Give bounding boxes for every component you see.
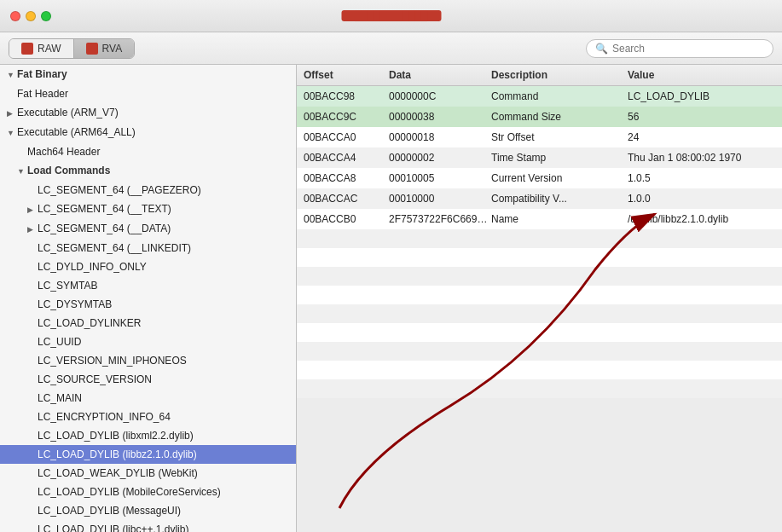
- sidebar-label: LC_DYLD_INFO_ONLY: [38, 261, 147, 273]
- sidebar-item-lc-messageui[interactable]: LC_LOAD_DYLIB (MessageUI): [0, 501, 296, 520]
- toolbar: RAW RVA 🔍: [0, 32, 782, 65]
- sidebar-label: LC_LOAD_DYLIB (libc++.1.dylib): [38, 523, 188, 532]
- table-row[interactable]: [297, 361, 782, 379]
- sidebar-item-lc-seg-data[interactable]: ▶LC_SEGMENT_64 (__DATA): [0, 219, 296, 239]
- sidebar-item-exec-arm64[interactable]: ▼Executable (ARM64_ALL): [0, 123, 296, 142]
- sidebar-item-lc-libxml2[interactable]: LC_LOAD_DYLIB (libxml2.2.dylib): [0, 426, 296, 445]
- table-row[interactable]: [297, 323, 782, 342]
- sidebar-item-lc-libcpp[interactable]: LC_LOAD_DYLIB (libc++.1.dylib): [0, 520, 296, 532]
- table-row[interactable]: [297, 248, 782, 267]
- sidebar-label: Fat Header: [17, 88, 68, 100]
- col-data: Data: [389, 69, 491, 81]
- cell-value: LC_LOAD_DYLIB: [628, 89, 775, 104]
- sidebar-item-lc-libbz2[interactable]: LC_LOAD_DYLIB (libbz2.1.0.dylib): [0, 445, 296, 464]
- table-row[interactable]: [297, 229, 782, 248]
- search-input[interactable]: [612, 43, 764, 55]
- cell-description: Str Offset: [491, 130, 628, 145]
- cell-value: 1.0.0: [628, 191, 775, 206]
- cell-offset: 00BACCB0: [304, 211, 389, 227]
- table-row[interactable]: 00BACCB0 2F7573722F6C6696... Name /usr/l…: [297, 209, 782, 229]
- cell-description: Command: [491, 89, 628, 104]
- sidebar-item-lc-mobilecore[interactable]: LC_LOAD_DYLIB (MobileCoreServices): [0, 483, 296, 501]
- sidebar-item-lc-webkit[interactable]: LC_LOAD_WEAK_DYLIB (WebKit): [0, 464, 296, 483]
- close-button[interactable]: [10, 11, 20, 21]
- sidebar-label: LC_SEGMENT_64 (__PAGEZERO): [38, 184, 201, 196]
- sidebar-item-lc-source-version[interactable]: LC_SOURCE_VERSION: [0, 370, 296, 389]
- cell-data: 00000002: [389, 150, 491, 165]
- sidebar-item-fat-header[interactable]: Fat Header: [0, 84, 296, 103]
- table-row[interactable]: [297, 342, 782, 361]
- cell-description: Current Version: [491, 171, 628, 186]
- sidebar-label: LC_LOAD_DYLIB (libbz2.1.0.dylib): [38, 448, 197, 460]
- sidebar-item-lc-load-dylinker[interactable]: LC_LOAD_DYLINKER: [0, 314, 296, 332]
- table-row[interactable]: 00BACCAC 00010000 Compatibility V... 1.0…: [297, 188, 782, 209]
- sidebar-label: LC_MAIN: [38, 392, 82, 404]
- cell-data: 00000018: [389, 130, 491, 145]
- table-row[interactable]: 00BACCA0 00000018 Str Offset 24: [297, 127, 782, 147]
- sidebar-item-lc-uuid[interactable]: LC_UUID: [0, 332, 296, 351]
- cell-data: 2F7573722F6C6696...: [389, 211, 491, 227]
- window-title: ████████████: [341, 10, 441, 21]
- sidebar-label: Mach64 Header: [27, 146, 100, 158]
- cell-value: 1.0.5: [628, 171, 775, 186]
- table-row[interactable]: [297, 379, 782, 398]
- sidebar-item-lc-seg-linkedit[interactable]: LC_SEGMENT_64 (__LINKEDIT): [0, 239, 296, 257]
- rva-button[interactable]: RVA: [74, 39, 135, 58]
- search-box: 🔍: [586, 39, 773, 58]
- table-row[interactable]: 00BACCA8 00010005 Current Version 1.0.5: [297, 168, 782, 188]
- window-controls: [10, 11, 51, 21]
- cell-description: Command Size: [491, 109, 628, 124]
- cell-offset: 00BACC9C: [304, 109, 389, 124]
- sidebar-item-lc-main[interactable]: LC_MAIN: [0, 389, 296, 408]
- table-row[interactable]: [297, 304, 782, 323]
- table-row[interactable]: [297, 286, 782, 304]
- sidebar-item-load-commands[interactable]: ▼Load Commands: [0, 161, 296, 181]
- table-row[interactable]: 00BACC98 0000000C Command LC_LOAD_DYLIB: [297, 86, 782, 107]
- sidebar-item-lc-encryption[interactable]: LC_ENCRYPTION_INFO_64: [0, 408, 296, 426]
- sidebar-label: LC_SEGMENT_64 (__TEXT): [38, 203, 171, 215]
- sidebar-label: LC_VERSION_MIN_IPHONEOS: [38, 355, 187, 367]
- table-row[interactable]: [297, 267, 782, 286]
- sidebar-label: LC_SYMTAB: [38, 280, 97, 292]
- col-value: Value: [628, 69, 775, 81]
- sidebar-label: LC_UUID: [38, 336, 81, 348]
- cell-data: 00010000: [389, 191, 491, 206]
- table-row[interactable]: 00BACCA4 00000002 Time Stamp Thu Jan 1 0…: [297, 147, 782, 168]
- sidebar-label: LC_ENCRYPTION_INFO_64: [38, 411, 171, 423]
- cell-value: 56: [628, 109, 775, 124]
- view-mode-selector: RAW RVA: [9, 38, 135, 59]
- cell-data: 0000000C: [389, 89, 491, 104]
- table-row[interactable]: 00BACC9C 00000038 Command Size 56: [297, 107, 782, 127]
- cell-description: Time Stamp: [491, 150, 628, 165]
- maximize-button[interactable]: [41, 11, 51, 21]
- cell-offset: 00BACCA0: [304, 130, 389, 145]
- right-panel: Offset Data Description Value 00BACC98 0…: [297, 65, 782, 532]
- sidebar-item-lc-seg-text[interactable]: ▶LC_SEGMENT_64 (__TEXT): [0, 200, 296, 219]
- cell-description: Compatibility V...: [491, 191, 628, 206]
- main-content: ▼Fat BinaryFat Header▶Executable (ARM_V7…: [0, 65, 782, 532]
- sidebar-label: Load Commands: [27, 165, 110, 176]
- sidebar-label: Executable (ARM64_ALL): [17, 126, 136, 138]
- raw-button[interactable]: RAW: [9, 39, 74, 58]
- sidebar-item-lc-symtab[interactable]: LC_SYMTAB: [0, 276, 296, 295]
- sidebar: ▼Fat BinaryFat Header▶Executable (ARM_V7…: [0, 65, 297, 532]
- col-offset: Offset: [304, 69, 389, 81]
- cell-offset: 00BACC98: [304, 89, 389, 104]
- sidebar-item-lc-seg-pagezero[interactable]: LC_SEGMENT_64 (__PAGEZERO): [0, 181, 296, 200]
- titlebar: ████████████: [0, 0, 782, 32]
- cell-value: Thu Jan 1 08:00:02 1970: [628, 150, 775, 165]
- sidebar-label: LC_SEGMENT_64 (__LINKEDIT): [38, 242, 191, 254]
- cell-data: 00000038: [389, 109, 491, 124]
- sidebar-item-lc-dyld-info[interactable]: LC_DYLD_INFO_ONLY: [0, 257, 296, 276]
- col-description: Description: [491, 69, 628, 81]
- cell-offset: 00BACCA4: [304, 150, 389, 165]
- sidebar-item-fat-binary[interactable]: ▼Fat Binary: [0, 65, 296, 84]
- minimize-button[interactable]: [26, 11, 36, 21]
- sidebar-item-exec-armv7[interactable]: ▶Executable (ARM_V7): [0, 103, 296, 123]
- sidebar-item-lc-dysymtab[interactable]: LC_DYSYMTAB: [0, 295, 296, 314]
- cell-offset: 00BACCAC: [304, 191, 389, 206]
- sidebar-label: Executable (ARM_V7): [17, 107, 119, 119]
- cell-data: 00010005: [389, 171, 491, 186]
- sidebar-item-lc-version-min[interactable]: LC_VERSION_MIN_IPHONEOS: [0, 351, 296, 370]
- sidebar-item-mach64-header[interactable]: Mach64 Header: [0, 142, 296, 161]
